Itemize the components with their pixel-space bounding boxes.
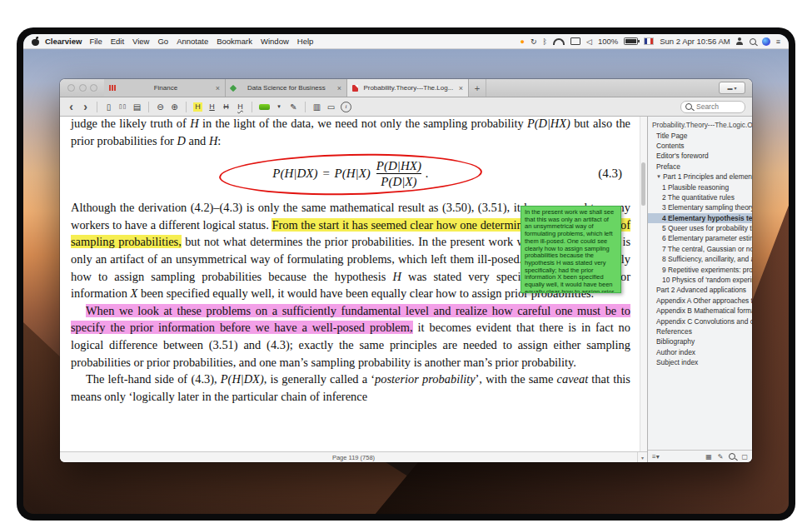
text-segment: : [217, 134, 221, 147]
battery-icon[interactable] [624, 37, 638, 45]
marker-pen-tool[interactable] [259, 104, 270, 110]
spotlight-search-icon[interactable] [750, 38, 756, 45]
outline-mode-button[interactable]: ≡▾ [652, 453, 660, 461]
toc-item-label: Editor's foreword [656, 152, 709, 160]
app-menu[interactable]: Clearview [45, 37, 82, 46]
tab-close-icon[interactable]: × [216, 84, 220, 92]
tab-data-science-for-business[interactable]: Data Science for Business× [226, 79, 347, 97]
menu-go[interactable]: Go [157, 37, 168, 46]
zoom-in-button[interactable]: ⊕ [170, 100, 179, 113]
bluetooth-icon[interactable]: ᛒ [543, 37, 547, 46]
zoom-button[interactable] [90, 84, 97, 92]
tab-close-icon[interactable]: × [337, 84, 341, 92]
info-button[interactable]: i [341, 102, 351, 112]
thumbnails-panel-button[interactable]: ▦ [705, 453, 712, 461]
single-page-view-icon[interactable]: ▯ [104, 100, 113, 113]
toc-item[interactable]: Preface [648, 162, 752, 172]
orange-status-icon[interactable]: ● [521, 37, 525, 46]
toc-item[interactable]: Editor's foreword [648, 151, 752, 161]
close-button[interactable] [67, 84, 75, 92]
apple-menu-icon[interactable] [32, 37, 39, 46]
menu-window[interactable]: Window [261, 37, 289, 46]
toc-item[interactable]: ▼Part 1 Principles and elementary... [648, 172, 752, 182]
tab-close-icon[interactable]: × [459, 84, 463, 92]
battery-percent-label: 100% [598, 37, 618, 46]
toc-item[interactable]: Title Page [648, 130, 752, 140]
pdf-icon [352, 85, 358, 92]
menu-help[interactable]: Help [297, 37, 314, 46]
toc-item[interactable]: 2 The quantitative rules [648, 192, 752, 202]
bookmarks-panel-button[interactable]: ▢ [741, 453, 748, 461]
tab-overview-button[interactable]: ▬▾ [719, 82, 745, 94]
toc-item[interactable]: 1 Plausible reasoning [648, 182, 752, 192]
toc-item-label: 1 Plausible reasoning [662, 183, 729, 192]
toc-item[interactable]: References [648, 326, 752, 336]
toc-item[interactable]: 9 Repetitive experiments: prob... [648, 264, 752, 274]
sidebar-search-field[interactable] [680, 101, 745, 113]
disclosure-triangle-icon[interactable]: ▼ [656, 174, 661, 179]
toc-item[interactable]: 3 Elementary sampling theory [648, 202, 752, 212]
wifi-icon[interactable] [553, 38, 565, 45]
toc-item[interactable]: 7 The central, Gaussian or nor... [648, 244, 752, 254]
menu-annotate[interactable]: Annotate [177, 37, 208, 46]
search-results-button[interactable] [729, 453, 735, 460]
notification-center-icon[interactable]: ≡ [776, 37, 780, 46]
menu-bar: Clearview FileEditViewGoAnnotateBookmark… [23, 34, 789, 49]
reading-mode-icon[interactable]: ▭ [326, 100, 336, 113]
toc-item[interactable]: 5 Queer uses for probability th... [648, 223, 752, 233]
red-ellipse-annotation[interactable] [219, 152, 483, 198]
toc-item[interactable]: Part 2 Advanced applications [648, 285, 752, 295]
underline-tool[interactable]: H [207, 100, 217, 113]
vertical-scrollbar[interactable] [640, 117, 647, 451]
airplay-display-icon[interactable] [570, 37, 580, 45]
menu-bookmark[interactable]: Bookmark [217, 37, 252, 46]
tab-finance[interactable]: Finance× [104, 79, 226, 97]
back-button[interactable]: ‹ [67, 100, 76, 113]
toc-item[interactable]: Contents [648, 141, 752, 151]
forward-button[interactable]: › [81, 100, 90, 113]
paragraph: When we look at these problems on a suff… [71, 302, 630, 371]
search-input[interactable] [695, 102, 736, 112]
highlight-tool[interactable]: H [193, 102, 202, 112]
sticky-note-annotation[interactable]: In the present work we shall see that th… [521, 206, 621, 293]
tab-label: Finance [119, 84, 212, 92]
minimize-button[interactable] [79, 84, 87, 92]
toc-item[interactable]: 10 Physics of 'random experim... [648, 275, 752, 285]
toc-item[interactable]: Author index [648, 347, 752, 357]
menu-file[interactable]: File [89, 37, 102, 46]
toc-item[interactable]: 8 Sufficiency, ancillarity, and al... [648, 254, 752, 264]
note-annotation-tool[interactable]: ✎ [289, 100, 298, 113]
menu-edit[interactable]: Edit [111, 37, 124, 46]
two-page-view-icon[interactable]: ▯▯ [118, 100, 127, 113]
sync-icon[interactable]: ↻ [531, 37, 537, 46]
menu-view[interactable]: View [132, 37, 149, 46]
window-controls [60, 79, 104, 97]
toc-item[interactable]: Appendix C Convolutions and cu... [648, 316, 752, 326]
toc-item[interactable]: Bibliography [648, 336, 752, 346]
continuous-scroll-view-icon[interactable]: ▤ [132, 100, 142, 113]
thumbnail-panel-icon[interactable]: ▥ [312, 100, 321, 113]
squiggly-tool[interactable]: H [236, 100, 245, 113]
input-language-flag-icon[interactable] [644, 37, 654, 45]
volume-icon[interactable]: ◁ [586, 37, 592, 46]
toc-item[interactable]: Appendix A Other approaches to... [648, 296, 752, 306]
toc-item-label: 4 Elementary hypothesis testing [662, 214, 752, 222]
tab-probability-theory-the-log[interactable]: Probability.Theory---The.Log...× [347, 79, 469, 97]
siri-icon[interactable] [762, 37, 770, 46]
new-tab-button[interactable]: + [469, 79, 486, 97]
toc-item[interactable]: Appendix B Mathematical formalit... [648, 306, 752, 316]
scrollbar-thumb[interactable] [641, 162, 645, 206]
text-segment: and [186, 134, 209, 147]
toc-item[interactable]: Probability.Theory---The.Logic.Of... [648, 120, 752, 130]
menu-bar-clock[interactable]: Sun 2 Apr 10:56 AM [660, 37, 730, 46]
toc-item[interactable]: Subject index [648, 357, 752, 367]
text-segment-m: D [177, 134, 186, 147]
toc-item[interactable]: 6 Elementary parameter estima... [648, 233, 752, 243]
scroll-down-button[interactable]: ▾ [637, 452, 647, 462]
marker-dropdown-icon[interactable]: ▾ [275, 100, 284, 113]
zoom-out-button[interactable]: ⊖ [156, 100, 165, 113]
toc-item[interactable]: 4 Elementary hypothesis testing [648, 213, 752, 223]
strikethrough-tool[interactable]: H [222, 100, 231, 113]
user-account-icon[interactable] [736, 37, 744, 45]
annotations-panel-button[interactable]: ✎ [718, 453, 724, 461]
